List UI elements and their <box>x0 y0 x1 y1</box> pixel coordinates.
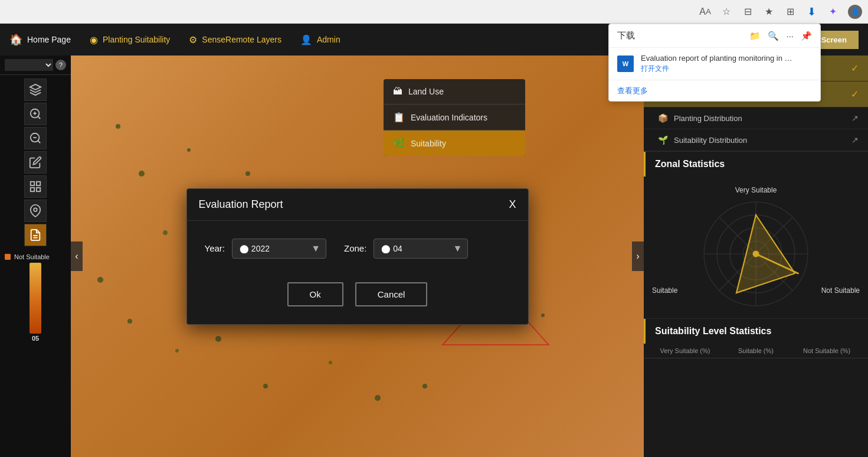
zoom-in-tool[interactable] <box>24 103 47 125</box>
toggle-left-arrow[interactable]: ‹ <box>71 241 83 271</box>
not-suitable-legend: Not Suitable <box>5 253 66 260</box>
zoom-out-tool[interactable] <box>24 127 47 149</box>
dialog-close-button[interactable]: X <box>509 198 516 211</box>
not-suitable-color <box>5 254 11 260</box>
report-tool[interactable] <box>24 224 47 246</box>
evaluation-icon: 📋 <box>393 112 405 123</box>
svg-point-29 <box>541 314 545 317</box>
stats-table-header: Very Suitable (%) Suitable (%) Not Suita… <box>644 344 868 358</box>
svg-line-6 <box>38 141 40 143</box>
suitability-dist-label: Suitability Distribution <box>674 136 846 145</box>
planting-icon: ◉ <box>90 34 98 45</box>
layers-tool[interactable] <box>24 79 47 101</box>
svg-point-35 <box>329 361 332 364</box>
planting-dist-arrow: ↗ <box>851 113 859 123</box>
browser-icons: AA ☆ ⊟ ★ ⊞ ⬇ ✦ 👤 <box>699 5 862 19</box>
download-more-icon[interactable]: ··· <box>786 31 794 41</box>
rs-images-check: ✓ <box>851 63 859 74</box>
planting-dist-item[interactable]: 📦 Planting Distribution ↗ <box>644 107 868 129</box>
download-icon[interactable]: ⬇ <box>805 6 817 18</box>
copilot-icon[interactable]: ✦ <box>827 6 838 18</box>
download-folder-icon[interactable]: 📁 <box>749 31 761 41</box>
nav-admin[interactable]: 👤 Admin <box>300 34 340 45</box>
download-filename: Evaluation report of planting monitoring… <box>641 54 794 63</box>
nav-remote[interactable]: ⚙ SenseRemote Layers <box>189 34 281 45</box>
suitability-menu-item[interactable]: 🌿 Suitability <box>384 130 525 156</box>
bookmark-icon[interactable]: ☆ <box>720 6 732 18</box>
land-use-label: Land Use <box>408 87 444 96</box>
download-item: W Evaluation report of planting monitori… <box>609 48 820 80</box>
download-pin-icon[interactable]: 📌 <box>801 31 812 41</box>
download-file-icon: W <box>617 56 634 72</box>
download-header-icons: 📁 🔍 ··· 📌 <box>749 31 812 41</box>
suitability-label: Suitability <box>411 139 446 148</box>
see-more-link[interactable]: 查看更多 <box>617 86 648 95</box>
suitability-dist-item[interactable]: 🌱 Suitability Distribution ↗ <box>644 129 868 151</box>
download-header: 下载 📁 🔍 ··· 📌 <box>609 24 820 48</box>
zone-select-wrapper: ⬤ 04 ⬤ 01 ⬤ 02 ⬤ 03 ▼ <box>374 239 468 259</box>
suitability-dist-icon: 🌱 <box>658 135 668 145</box>
legend-strip: ? <box>0 56 71 457</box>
svg-point-20 <box>245 171 250 176</box>
grid-tool[interactable] <box>24 175 47 198</box>
land-use-icon: 🏔 <box>393 86 402 97</box>
ok-button[interactable]: Ok <box>287 282 343 306</box>
favorites-icon[interactable]: ★ <box>763 6 775 18</box>
suitable-col-header: Suitable (%) <box>720 344 791 358</box>
toggle-right-arrow[interactable]: › <box>632 241 644 271</box>
not-suitable-label: Not Suitable <box>14 253 50 260</box>
svg-point-33 <box>215 336 221 342</box>
boundaries-check: ✓ <box>851 89 859 100</box>
admin-icon: 👤 <box>300 34 312 45</box>
zone-field: Zone: ⬤ 04 ⬤ 01 ⬤ 02 ⬤ 03 ▼ <box>344 239 468 259</box>
suitability-dist-arrow: ↗ <box>851 135 859 145</box>
download-title: 下载 <box>617 30 635 41</box>
color-bar <box>30 263 41 334</box>
suitable-left-label: Suitable <box>652 286 677 295</box>
dialog-body: Year: ⬤ 2022 ⬤ 2021 ⬤ 2020 ▼ <box>187 221 528 270</box>
map-area[interactable]: 🏔 Land Use 📋 Evaluation Indicators 🌿 Sui… <box>71 56 644 457</box>
planting-label: Planting Suitability <box>103 35 170 44</box>
edit-tool[interactable] <box>24 151 47 174</box>
very-suitable-col-header: Very Suitable (%) <box>650 344 720 358</box>
split-icon[interactable]: ⊟ <box>742 6 754 18</box>
cancel-button[interactable]: Cancel <box>355 282 428 306</box>
download-open-link[interactable]: 打开文件 <box>641 64 669 73</box>
nav-planting[interactable]: ◉ Planting Suitability <box>90 34 170 45</box>
home-icon: 🏠 <box>9 33 22 46</box>
svg-rect-8 <box>31 182 34 185</box>
zone-label: Zone: <box>344 243 366 253</box>
zonal-stats-title: Zonal Statistics <box>644 152 868 177</box>
year-field: Year: ⬤ 2022 ⬤ 2021 ⬤ 2020 ▼ <box>205 239 326 259</box>
main-content: ? <box>0 56 868 457</box>
home-label[interactable]: Home Page <box>27 35 71 44</box>
download-search-icon[interactable]: 🔍 <box>768 31 779 41</box>
evaluation-menu-item[interactable]: 📋 Evaluation Indicators <box>384 105 525 130</box>
suitability-level-title: Suitability Level Statistics <box>644 319 868 344</box>
location-tool[interactable] <box>24 200 47 222</box>
suitability-icon: 🌿 <box>393 138 405 149</box>
nav-brand: 🏠 Home Page <box>9 33 71 46</box>
legend-top: ? <box>0 56 71 75</box>
svg-rect-11 <box>37 188 40 191</box>
help-button[interactable]: ? <box>55 60 66 70</box>
svg-point-30 <box>97 277 103 283</box>
download-footer: 查看更多 <box>609 80 820 101</box>
zone-select[interactable]: ⬤ 04 ⬤ 01 ⬤ 02 ⬤ 03 <box>374 239 468 259</box>
planting-dist-icon: 📦 <box>658 113 668 123</box>
svg-point-31 <box>127 319 132 324</box>
svg-point-18 <box>163 230 168 235</box>
profile-icon[interactable]: 👤 <box>848 5 862 19</box>
legend-dropdown[interactable] <box>5 59 53 71</box>
floating-menu: 🏔 Land Use 📋 Evaluation Indicators 🌿 Sui… <box>384 79 525 156</box>
dialog-footer: Ok Cancel <box>187 270 528 324</box>
admin-label: Admin <box>317 35 340 44</box>
svg-point-37 <box>422 384 427 389</box>
land-use-menu-item[interactable]: 🏔 Land Use <box>384 79 525 105</box>
legend-tools <box>0 75 71 250</box>
radar-chart-container: Very Suitable Suitable Not Suitable <box>650 182 862 312</box>
collections-icon[interactable]: ⊞ <box>784 6 796 18</box>
year-select[interactable]: ⬤ 2022 ⬤ 2021 ⬤ 2020 <box>232 239 326 259</box>
translate-icon[interactable]: AA <box>699 6 711 18</box>
very-suitable-top-label: Very Suitable <box>735 186 777 194</box>
